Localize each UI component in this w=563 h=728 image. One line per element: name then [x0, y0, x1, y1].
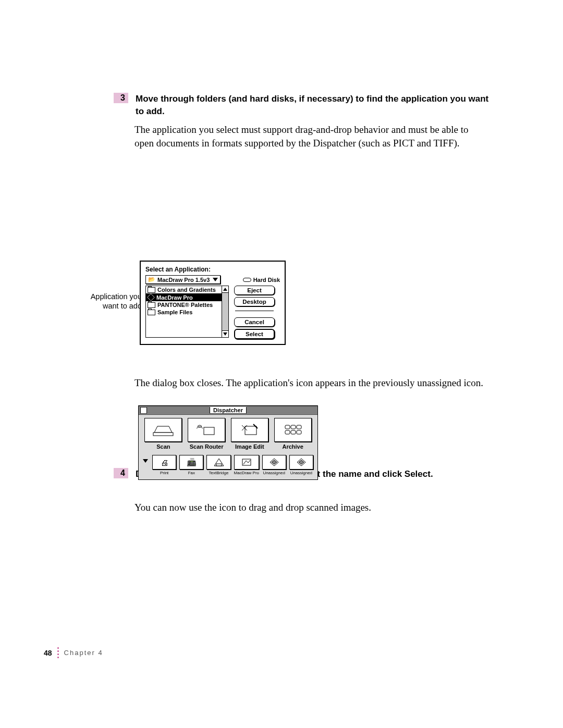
page-number: 48 [44, 649, 52, 657]
scanner-icon [144, 418, 182, 442]
triangle-up-icon [223, 288, 227, 291]
svg-rect-1 [153, 433, 173, 436]
list-item-label: MacDraw Pro [156, 294, 193, 301]
list-item[interactable]: Sample Files [146, 309, 222, 316]
folder-popup-label: MacDraw Pro 1.5v3 [157, 277, 210, 283]
textbridge-slot[interactable]: TextBridge [206, 455, 230, 475]
folder-icon [148, 287, 155, 293]
textbridge-label: TextBridge [206, 471, 230, 475]
triangle-down-icon [223, 332, 227, 336]
fax-label: Fax [179, 471, 203, 475]
scan-router-label: Scan Router [188, 443, 225, 450]
list-item-label: Colors and Gradients [157, 287, 216, 293]
fax-slot[interactable]: 📠 Fax [179, 455, 203, 475]
desktop-button[interactable]: Desktop [234, 297, 275, 306]
folder-popup[interactable]: 📂 MacDraw Pro 1.5v3 [145, 275, 221, 284]
svg-marker-0 [154, 426, 172, 433]
step-4-paragraph: The dialog box closes. The application's… [134, 376, 483, 390]
print-slot[interactable]: 🖨 Print [152, 455, 176, 475]
image-edit-icon [231, 418, 268, 442]
scan-label: Scan [144, 443, 182, 450]
select-application-dialog: Select an Application: 📂 MacDraw Pro 1.5… [140, 261, 286, 345]
step-number-4: 4 [114, 468, 128, 478]
folder-icon [148, 310, 155, 315]
scroll-down-arrow[interactable] [222, 330, 228, 337]
scrollbar[interactable] [222, 286, 228, 337]
step-3-paragraph: The application you select must support … [134, 123, 490, 150]
folder-icon [148, 302, 155, 308]
svg-rect-11 [216, 464, 222, 466]
hard-disk-icon [243, 278, 251, 282]
list-item-selected[interactable]: MacDraw Pro [146, 293, 222, 301]
hard-disk-label: Hard Disk [253, 277, 280, 283]
macdraw-slot[interactable]: MacDraw Pro [234, 455, 259, 475]
textbridge-icon [206, 455, 230, 470]
dispatcher-panel: Scan Scan Router Image Edit [138, 415, 318, 480]
svg-rect-2 [204, 427, 214, 435]
select-button[interactable]: Select [234, 329, 275, 339]
open-folder-icon: 📂 [148, 276, 155, 283]
step-number-3: 3 [114, 93, 128, 103]
list-item-label: PANTONE® Palettes [157, 302, 213, 308]
page-footer: 48 Chapter 4 [44, 647, 103, 658]
unassigned-slot-2[interactable]: Unassigned [289, 455, 313, 475]
svg-rect-7 [285, 430, 290, 434]
print-label: Print [152, 471, 176, 475]
diamond-icon [262, 455, 286, 470]
archive-label: Archive [274, 443, 312, 450]
printer-icon: 🖨 [152, 455, 176, 470]
svg-rect-6 [297, 425, 301, 429]
svg-rect-8 [291, 430, 296, 434]
eject-button[interactable]: Eject [234, 286, 275, 295]
button-separator [235, 311, 274, 314]
small-icon-row: 🖨 Print 📠 Fax TextBridge MacDraw Pro [143, 455, 313, 475]
chapter-label: Chapter 4 [64, 649, 103, 657]
callout-line1: Application you [91, 292, 142, 301]
archive-button[interactable]: Archive [274, 418, 312, 450]
fax-icon: 📠 [179, 455, 203, 470]
closing-paragraph: You can now use the icon to drag and dro… [134, 502, 490, 513]
cancel-button[interactable]: Cancel [234, 317, 275, 327]
dialog-button-column: Eject Desktop Cancel Select [234, 286, 275, 339]
unassigned-slot-1[interactable]: Unassigned [262, 455, 286, 475]
svg-rect-5 [291, 425, 296, 429]
disclosure-triangle-icon[interactable] [143, 459, 148, 463]
list-item[interactable]: PANTONE® Palettes [146, 301, 222, 309]
scan-router-icon [188, 418, 225, 442]
list-item[interactable]: Colors and Gradients [146, 286, 222, 293]
dispatcher-titlebar[interactable]: Dispatcher [138, 405, 318, 415]
dialog-title: Select an Application: [145, 266, 280, 273]
dispatcher-title: Dispatcher [210, 407, 247, 413]
archive-icon [274, 418, 312, 442]
step-3: 3 Move through folders (and hard disks, … [114, 93, 490, 118]
svg-rect-4 [285, 425, 290, 429]
callout-line2: want to add [103, 302, 142, 310]
unassigned-label-1: Unassigned [262, 471, 286, 475]
callout-label: Application you want to add [78, 292, 142, 311]
big-icon-row: Scan Scan Router Image Edit [143, 418, 313, 450]
image-edit-label: Image Edit [231, 443, 268, 450]
chevron-down-icon [213, 278, 218, 281]
image-edit-button[interactable]: Image Edit [231, 418, 268, 450]
diamond-icon [289, 455, 313, 470]
file-list[interactable]: Colors and Gradients MacDraw Pro PANTONE… [145, 286, 229, 338]
macdraw-icon [234, 455, 259, 470]
hard-disk-indicator[interactable]: Hard Disk [243, 277, 280, 283]
dispatcher-window: Dispatcher Scan Scan Router Image Edit [138, 405, 318, 480]
scroll-up-arrow[interactable] [222, 286, 228, 293]
svg-rect-9 [297, 430, 301, 434]
scan-router-button[interactable]: Scan Router [188, 418, 225, 450]
footer-dots [57, 647, 59, 658]
unassigned-label-2: Unassigned [289, 471, 313, 475]
application-icon [147, 293, 155, 301]
scan-button[interactable]: Scan [144, 418, 182, 450]
list-item-label: Sample Files [157, 309, 192, 315]
step-3-heading: Move through folders (and hard disks, if… [136, 93, 490, 118]
macdraw-label: MacDraw Pro [234, 471, 259, 475]
close-box[interactable] [140, 407, 147, 414]
